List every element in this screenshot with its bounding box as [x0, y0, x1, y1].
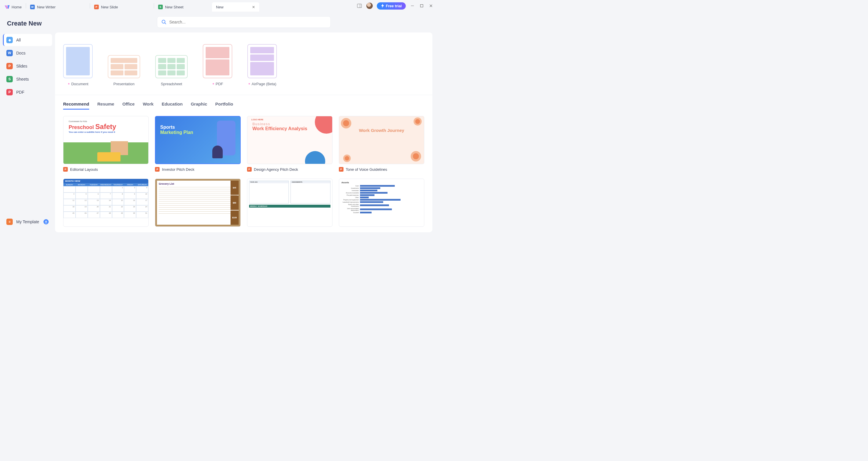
- close-icon[interactable]: ✕: [252, 5, 255, 9]
- sidebar-item-label: My Template: [16, 220, 39, 224]
- search-input[interactable]: [169, 20, 327, 24]
- new-document-card[interactable]: ✦Document: [63, 44, 93, 86]
- writer-icon: W: [30, 5, 35, 9]
- tab-label: New Writer: [37, 5, 56, 9]
- sidebar-item-slides[interactable]: PSlides: [3, 60, 52, 72]
- sidebar-item-label: All: [16, 38, 21, 42]
- template-card[interactable]: Work Growth JourneyPTone of Voice Guidel…: [339, 116, 424, 172]
- template-grid: Courseware for KidsPreschool SafetyYou c…: [55, 112, 432, 231]
- type-icon: P: [63, 167, 68, 172]
- template-thumb: Courseware for KidsPreschool SafetyYou c…: [63, 116, 149, 164]
- download-icon[interactable]: [43, 219, 49, 224]
- tab-label: New Slide: [101, 5, 118, 9]
- tab-sheet[interactable]: S New Sheet: [154, 2, 212, 11]
- svg-line-6: [164, 23, 166, 24]
- new-card-label: AirPage (Beta): [252, 82, 276, 86]
- sheet-icon: S: [158, 5, 163, 9]
- title-bar: Home W New Writer P New Slide S New Shee…: [0, 0, 438, 11]
- new-card-label: Document: [71, 82, 88, 86]
- content-tab-graphic[interactable]: Graphic: [191, 102, 207, 110]
- sparkle-icon: ✦: [67, 82, 70, 86]
- sidebar-item-all[interactable]: ◆All: [3, 34, 52, 46]
- template-card[interactable]: LOGO HEREBusinessWork Efficiency Analysi…: [247, 116, 333, 172]
- panel-toggle-icon[interactable]: [356, 3, 362, 9]
- template-card[interactable]: Grocery List$45$80$109: [155, 179, 240, 227]
- template-title: Design Agency Pitch Deck: [254, 167, 298, 172]
- sidebar-item-my-template[interactable]: ≡ My Template: [3, 216, 52, 228]
- sidebar-item-pdf[interactable]: PPDF: [3, 86, 52, 98]
- template-thumb: YEAR JANASSIGNMENTSWEEKLY SCHEDULE: [247, 179, 333, 227]
- sidebar-item-label: Sheets: [16, 77, 29, 82]
- template-thumb: AssetsCashInvestmentsInventoriesAccounts…: [339, 179, 424, 227]
- content-tabs: RecommendResumeOfficeWorkEducationGraphi…: [55, 95, 432, 112]
- free-trial-button[interactable]: Free trial: [377, 2, 406, 9]
- template-thumb: Work Growth Journey: [339, 116, 424, 164]
- sidebar-item-label: PDF: [16, 90, 24, 94]
- sidebar-item-sheets[interactable]: SSheets: [3, 73, 52, 85]
- content-tab-recommend[interactable]: Recommend: [63, 102, 89, 110]
- pdf-thumb: [203, 44, 232, 78]
- new-card-label: PDF: [216, 82, 223, 86]
- new-airpage-card[interactable]: ✦AirPage (Beta): [247, 44, 277, 86]
- template-title: Editorial Layouts: [70, 167, 98, 172]
- template-thumb: SportsMarketing Plan: [155, 116, 240, 164]
- template-thumb: MONTH VIEWSUNDAYMONDAYTUESDAYWEDNESDAYTH…: [63, 179, 149, 227]
- new-document-row: ✦Document Presentation Spreadsheet ✦PDF …: [55, 32, 432, 95]
- panel: ✦Document Presentation Spreadsheet ✦PDF …: [55, 32, 432, 232]
- new-spreadsheet-card[interactable]: Spreadsheet: [155, 44, 188, 86]
- window-minimize-icon[interactable]: [410, 3, 415, 8]
- tab-label: Home: [11, 5, 22, 9]
- tab-label: New: [216, 5, 224, 9]
- content-tab-resume[interactable]: Resume: [97, 102, 114, 110]
- sparkle-icon: ✦: [248, 82, 250, 86]
- avatar[interactable]: [366, 3, 373, 9]
- template-card[interactable]: Courseware for KidsPreschool SafetyYou c…: [63, 116, 149, 172]
- presentation-thumb: [108, 55, 140, 78]
- logo-icon: [5, 4, 10, 9]
- airpage-thumb: [247, 44, 277, 78]
- sidebar-icon: P: [6, 89, 13, 95]
- template-card[interactable]: SportsMarketing PlanPInvestor Pitch Deck: [155, 116, 240, 172]
- content-tab-work[interactable]: Work: [143, 102, 154, 110]
- document-thumb: [63, 44, 93, 78]
- new-card-label: Presentation: [114, 82, 135, 86]
- content: ✦Document Presentation Spreadsheet ✦PDF …: [55, 11, 438, 232]
- template-icon: ≡: [6, 219, 13, 225]
- sidebar-icon: W: [6, 50, 13, 56]
- content-tab-portfolio[interactable]: Portfolio: [215, 102, 233, 110]
- tab-label: New Sheet: [165, 5, 184, 9]
- tab-slide[interactable]: P New Slide: [90, 2, 154, 11]
- page-title: Create New: [7, 20, 50, 27]
- search-icon: [161, 20, 166, 25]
- template-card[interactable]: YEAR JANASSIGNMENTSWEEKLY SCHEDULE: [247, 179, 333, 227]
- template-title: Tone of Voice Guidelines: [346, 167, 387, 172]
- content-tab-office[interactable]: Office: [122, 102, 135, 110]
- sidebar-item-docs[interactable]: WDocs: [3, 47, 52, 59]
- new-card-label: Spreadsheet: [161, 82, 182, 86]
- template-card[interactable]: MONTH VIEWSUNDAYMONDAYTUESDAYWEDNESDAYTH…: [63, 179, 149, 227]
- tab-home[interactable]: Home: [2, 2, 26, 11]
- tab-writer[interactable]: W New Writer: [26, 2, 90, 11]
- content-tab-education[interactable]: Education: [162, 102, 183, 110]
- new-pdf-card[interactable]: ✦PDF: [203, 44, 232, 86]
- template-card[interactable]: AssetsCashInvestmentsInventoriesAccounts…: [339, 179, 424, 227]
- window-maximize-icon[interactable]: [419, 3, 424, 8]
- svg-rect-0: [358, 4, 362, 8]
- sidebar-icon: P: [6, 63, 13, 69]
- main: Create New ◆AllWDocsPSlidesSSheetsPPDF ≡…: [0, 11, 438, 232]
- sidebar-icon: ◆: [6, 37, 13, 43]
- tab-new[interactable]: New ✕: [212, 2, 259, 11]
- template-thumb: Grocery List$45$80$109: [155, 179, 240, 227]
- window-close-icon[interactable]: [428, 3, 434, 8]
- lightning-icon: [381, 4, 384, 8]
- sidebar-item-label: Docs: [16, 51, 26, 55]
- new-presentation-card[interactable]: Presentation: [108, 44, 140, 86]
- search-box[interactable]: [157, 16, 331, 28]
- type-icon: P: [339, 167, 343, 172]
- sparkle-icon: ✦: [212, 82, 215, 86]
- type-icon: P: [155, 167, 160, 172]
- free-trial-label: Free trial: [386, 4, 402, 8]
- type-icon: P: [247, 167, 252, 172]
- sidebar: Create New ◆AllWDocsPSlidesSSheetsPPDF ≡…: [0, 11, 55, 232]
- template-title: Investor Pitch Deck: [162, 167, 194, 172]
